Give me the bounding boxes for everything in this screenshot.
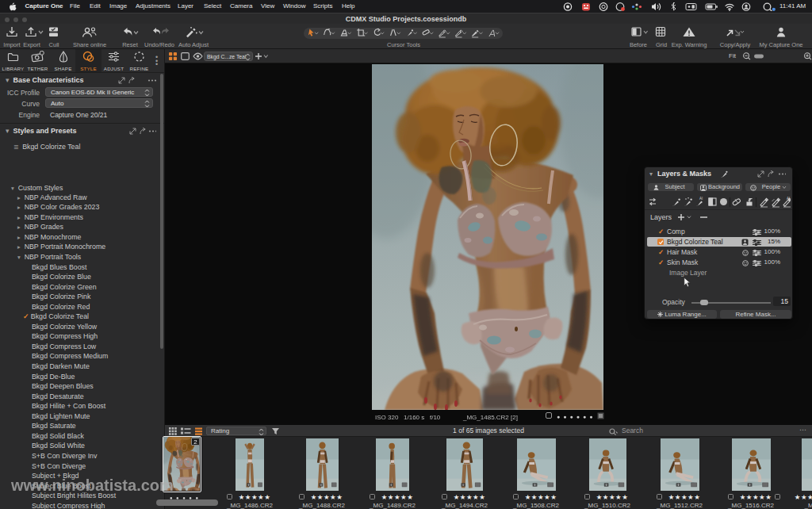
svg-text:AI: AI	[699, 197, 703, 201]
svg-text:AI: AI	[787, 197, 790, 201]
